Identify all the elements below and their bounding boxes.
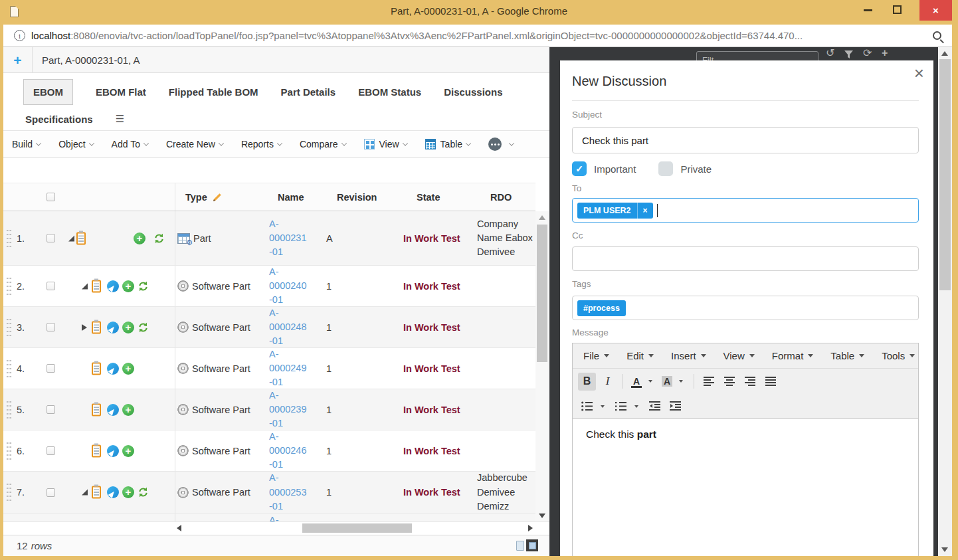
scroll-up-arrow[interactable] — [941, 51, 948, 56]
add-row-icon[interactable]: + — [122, 322, 134, 333]
subject-input[interactable]: Check this part — [572, 127, 919, 153]
toolbar-menu[interactable]: Reports — [241, 139, 282, 149]
name-link[interactable]: A-0000246-01 — [269, 430, 306, 472]
tree-expander-icon[interactable] — [82, 490, 88, 496]
toolbar-menu[interactable]: Build — [12, 139, 41, 149]
add-row-icon[interactable]: + — [122, 404, 134, 416]
toolbar-menu[interactable]: Create New — [166, 139, 223, 149]
column-header-name[interactable]: Name — [268, 183, 324, 211]
search-icon[interactable] — [933, 31, 941, 40]
editor-menu[interactable]: View — [723, 350, 755, 361]
replace-refresh-icon[interactable] — [138, 322, 149, 333]
italic-button[interactable]: I — [599, 373, 617, 391]
name-link[interactable]: A-0000249-01 — [269, 347, 306, 389]
table-vertical-scrollbar[interactable] — [535, 211, 549, 521]
row-checkbox[interactable] — [47, 405, 55, 414]
name-link[interactable]: A-0000253-01 — [269, 471, 306, 513]
replace-refresh-icon[interactable] — [138, 487, 149, 498]
text-color-button[interactable]: A — [629, 373, 644, 389]
tags-input[interactable]: #process — [572, 296, 919, 320]
column-header-type[interactable]: Type — [185, 192, 207, 203]
navigate-structure-icon[interactable] — [107, 322, 119, 333]
editor-menu[interactable]: File — [583, 350, 609, 361]
scrollbar-thumb[interactable] — [537, 225, 547, 362]
navigate-structure-icon[interactable] — [107, 445, 119, 457]
url-bar[interactable]: i localhost:8080/enovia/tvc-action/loadT… — [3, 25, 952, 47]
tree-expander-icon[interactable] — [82, 324, 87, 331]
clipboard-icon[interactable] — [76, 232, 86, 244]
add-discussion-icon[interactable]: + — [882, 48, 888, 58]
name-link[interactable]: A-0000231-01 — [269, 217, 306, 259]
name-link[interactable]: A-0000240-01 — [269, 265, 306, 307]
tree-expander-icon[interactable] — [82, 283, 88, 289]
scroll-up-arrow[interactable] — [539, 215, 545, 220]
toolbar-menu[interactable]: Add To — [112, 139, 148, 149]
row-checkbox[interactable] — [47, 323, 55, 331]
bold-button[interactable]: B — [578, 373, 596, 391]
editor-menu[interactable]: Tools — [882, 350, 915, 361]
row-checkbox[interactable] — [47, 282, 55, 290]
scroll-down-arrow[interactable] — [539, 513, 545, 518]
editor-menu[interactable]: Insert — [671, 350, 706, 361]
numbered-list-caret[interactable] — [634, 405, 638, 408]
justify-button[interactable] — [762, 373, 780, 391]
bullet-list-button[interactable] — [578, 397, 596, 415]
scrollbar-thumb[interactable] — [939, 59, 951, 290]
clipboard-icon[interactable] — [92, 362, 101, 375]
important-checkbox[interactable]: ✓ — [572, 161, 587, 176]
view-menu[interactable]: View — [364, 139, 407, 149]
row-checkbox[interactable] — [47, 234, 55, 242]
tab[interactable]: Part Details — [281, 80, 336, 104]
clipboard-icon[interactable] — [92, 280, 101, 292]
minimize-button[interactable] — [864, 9, 872, 11]
navigate-structure-icon[interactable] — [107, 280, 119, 292]
add-row-icon[interactable]: + — [122, 363, 134, 375]
maximize-button[interactable] — [893, 5, 902, 14]
row-checkbox[interactable] — [47, 446, 55, 455]
export-sheet-icon[interactable] — [516, 541, 524, 551]
bullet-list-caret[interactable] — [601, 405, 605, 408]
tab[interactable]: Flipped Table BOM — [169, 80, 258, 104]
edit-pencil-icon[interactable] — [213, 193, 222, 202]
editor-menu[interactable]: Table — [830, 350, 864, 361]
name-link[interactable]: A-0000239-01 — [269, 389, 306, 430]
drag-handle[interactable] — [6, 359, 12, 379]
text-color-caret[interactable] — [648, 380, 652, 383]
background-color-button[interactable]: A — [660, 373, 674, 389]
table-menu[interactable]: Table — [425, 139, 470, 149]
outdent-button[interactable] — [646, 397, 664, 415]
row-checkbox[interactable] — [47, 364, 55, 373]
private-checkbox[interactable] — [658, 161, 673, 176]
drag-handle[interactable] — [6, 482, 12, 502]
scroll-left-arrow[interactable] — [177, 525, 181, 531]
background-color-caret[interactable] — [679, 380, 683, 383]
column-header-revision[interactable]: Revision — [324, 183, 403, 211]
add-row-icon[interactable]: + — [122, 486, 134, 498]
maximize-table-icon[interactable] — [526, 539, 538, 551]
drag-handle[interactable] — [6, 318, 12, 337]
close-dialog-icon[interactable]: × — [914, 64, 924, 82]
tab[interactable]: EBOM Flat — [96, 80, 146, 104]
tab[interactable]: Discussions — [444, 80, 502, 104]
add-row-icon[interactable]: + — [122, 445, 134, 457]
add-row-icon[interactable]: + — [122, 280, 134, 292]
navigate-structure-icon[interactable] — [107, 363, 119, 375]
tree-expander-icon[interactable] — [68, 235, 74, 241]
remove-recipient-icon[interactable]: × — [637, 203, 653, 219]
tab-overflow-menu-icon[interactable]: ☰ — [116, 113, 124, 125]
table-horizontal-scrollbar[interactable] — [3, 521, 549, 535]
column-header-rdo[interactable]: RDO — [477, 183, 535, 211]
filter-input[interactable] — [696, 51, 818, 60]
clipboard-icon[interactable] — [92, 321, 101, 333]
drag-handle[interactable] — [6, 441, 12, 461]
message-body[interactable]: Check this part — [573, 419, 918, 556]
scroll-down-arrow[interactable] — [941, 547, 948, 552]
indent-button[interactable] — [666, 397, 684, 415]
address-text[interactable]: localhost:8080/enovia/tvc-action/loadTop… — [31, 30, 926, 41]
tab[interactable]: EBOM Status — [358, 80, 421, 104]
align-center-button[interactable] — [721, 373, 739, 391]
clipboard-icon[interactable] — [92, 486, 101, 499]
history-icon[interactable]: ↺ — [826, 48, 834, 58]
replace-refresh-icon[interactable] — [138, 280, 149, 292]
tab-specifications[interactable]: Specifications — [25, 107, 93, 132]
